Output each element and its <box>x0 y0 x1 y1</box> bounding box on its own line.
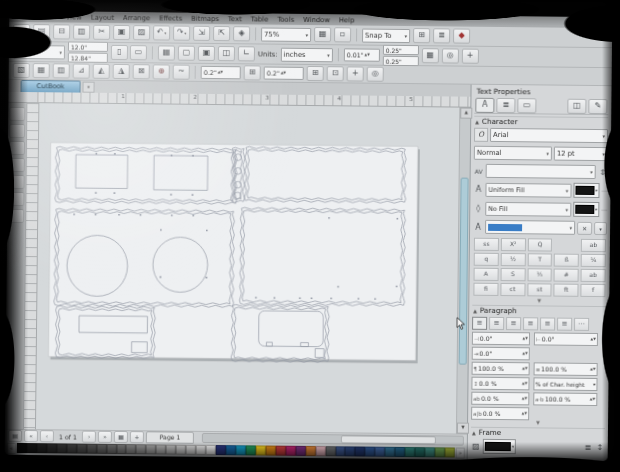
wireframe-view-icon[interactable]: ▧ <box>13 63 30 78</box>
palette-swatch[interactable] <box>315 446 325 456</box>
opentype-feature-button[interactable]: ft <box>554 284 579 297</box>
pan-icon[interactable]: + <box>461 49 478 64</box>
palette-swatch[interactable] <box>176 445 186 455</box>
frame-align-icon[interactable]: ↕ <box>595 443 605 452</box>
horizontal-scroll-thumb[interactable] <box>341 435 437 444</box>
palette-swatch[interactable] <box>285 446 295 456</box>
mirror-vertical-icon[interactable]: ◮ <box>113 64 130 79</box>
palette-swatch[interactable] <box>116 444 126 454</box>
palette-swatch[interactable] <box>17 443 27 453</box>
menu-arrange[interactable]: Arrange <box>123 14 150 22</box>
align-button[interactable]: ⋯ <box>574 318 589 331</box>
palette-swatch[interactable] <box>365 447 375 457</box>
nudge-field[interactable]: 0.01"▲▼ <box>344 48 380 61</box>
menu-view[interactable]: View <box>66 13 82 21</box>
options-icon[interactable]: ◆ <box>453 29 470 44</box>
opentype-feature-button[interactable]: ab <box>581 239 606 252</box>
opentype-feature-button[interactable]: # <box>554 269 579 282</box>
zoom-tool-icon[interactable]: ◎ <box>441 48 458 63</box>
distance-y-field[interactable]: 0.2"▲▼ <box>264 67 304 80</box>
opentype-feature-button[interactable]: ss <box>474 238 499 251</box>
opentype-feature-button[interactable]: A <box>474 268 499 281</box>
grid-view-icon[interactable]: ▦ <box>33 63 50 78</box>
page-width-field[interactable]: 12.0" <box>68 41 108 51</box>
palette-swatch[interactable] <box>305 446 315 456</box>
palette-swatch[interactable] <box>206 445 216 455</box>
units-combo[interactable]: inches ▾ <box>281 47 333 62</box>
toolbox-tool-icon[interactable] <box>8 175 24 189</box>
paragraph-section-header[interactable]: ▲ Paragraph <box>472 305 606 316</box>
outline-type-combo[interactable]: No Fill▾ <box>485 201 571 216</box>
opentype-feature-button[interactable]: ½ <box>500 253 525 266</box>
ruler-setup-icon[interactable]: ∟ <box>238 46 255 61</box>
toolbox-tool-icon[interactable] <box>9 107 25 121</box>
spacing-unit-combo[interactable]: % of Char. height▾ <box>533 377 597 391</box>
right-indent-field[interactable]: ⊢0.0"▲▼ <box>534 332 598 346</box>
palette-swatch[interactable] <box>236 445 246 455</box>
opentype-feature-button[interactable]: Q <box>527 238 552 251</box>
palette-swatch[interactable] <box>86 444 96 454</box>
import-icon[interactable]: ⇲ <box>193 26 210 41</box>
toolbox-tool-icon[interactable] <box>8 192 24 206</box>
opentype-feature-button[interactable]: X² <box>501 238 526 251</box>
outline-color-swatch[interactable]: ▾ <box>573 202 599 217</box>
paste-icon[interactable]: ▨ <box>133 25 150 40</box>
drawing-canvas[interactable] <box>36 103 459 433</box>
trim-icon[interactable]: ~ <box>173 65 190 80</box>
menu-text[interactable]: Text <box>228 15 242 23</box>
palette-swatch[interactable] <box>445 447 455 457</box>
landscape-icon[interactable]: ▭ <box>130 45 147 60</box>
opentype-feature-button[interactable]: T <box>527 253 552 266</box>
distance-x-field[interactable]: 0.2"▲▼ <box>201 66 241 79</box>
palette-swatch[interactable] <box>196 445 206 455</box>
palette-swatch[interactable] <box>57 443 67 453</box>
zoom-level-combo[interactable]: 75% ▾ <box>261 27 311 42</box>
palette-swatch[interactable] <box>375 447 385 457</box>
spinner[interactable]: ▲▼ <box>364 53 369 57</box>
opentype-feature-button[interactable]: ct <box>500 283 525 296</box>
outline-settings-button[interactable]: ⋯ <box>601 206 607 213</box>
font-size-combo[interactable]: 12 pt▾ <box>554 147 608 162</box>
palette-swatch[interactable] <box>266 446 276 456</box>
menu-layout[interactable]: Layout <box>91 13 114 21</box>
palette-swatch[interactable] <box>345 446 355 456</box>
menu-help[interactable]: Help <box>339 16 355 24</box>
page-list-icon[interactable]: ▤ <box>8 430 22 442</box>
opentype-feature-button[interactable]: S <box>500 268 525 281</box>
character-tab[interactable]: A <box>475 98 494 113</box>
palette-swatch[interactable] <box>166 445 176 455</box>
palette-scroll-right-icon[interactable]: » <box>456 447 465 458</box>
palette-swatch[interactable] <box>385 447 395 457</box>
rotate-icon[interactable]: ⊿ <box>73 64 90 79</box>
menu-bitmaps[interactable]: Bitmaps <box>191 14 219 22</box>
palette-swatch[interactable] <box>405 447 415 457</box>
menu-table[interactable]: Table <box>251 15 269 23</box>
page-settings-icon[interactable]: ▦ <box>158 45 175 60</box>
frame-color-swatch[interactable]: ▾ <box>483 439 516 454</box>
vertical-shift-icon[interactable]: ⇕ <box>598 168 608 177</box>
snap-to-grid-icon[interactable]: ⊞ <box>307 66 324 81</box>
scroll-up-icon[interactable]: ▲ <box>460 108 472 119</box>
toolbox-tool-icon[interactable] <box>9 158 25 172</box>
add-page-icon[interactable]: + <box>130 431 144 443</box>
new-document-icon[interactable]: ▢ <box>13 24 30 39</box>
line-spacing-field[interactable]: ¶100.0 %▲▼ <box>472 362 530 376</box>
dockers-icon[interactable]: ≣ <box>433 28 450 43</box>
next-page-icon[interactable]: › <box>82 431 96 443</box>
crosshair-icon[interactable]: + <box>347 66 364 81</box>
palette-swatch[interactable] <box>66 443 76 453</box>
palette-swatch[interactable] <box>37 443 47 453</box>
duplicate-x-field[interactable]: 0.25" <box>383 45 419 55</box>
portrait-icon[interactable]: ▯ <box>111 45 128 60</box>
vertical-scroll-thumb[interactable] <box>459 178 469 365</box>
palette-swatch[interactable] <box>246 445 256 455</box>
last-page-icon[interactable]: » <box>98 431 112 443</box>
align-button[interactable]: ≡ <box>489 317 504 330</box>
palette-swatch[interactable] <box>435 447 445 457</box>
section-collapse-handle[interactable]: ▼ <box>471 420 605 426</box>
paper-type-combo[interactable]: ▾ <box>13 44 65 59</box>
word-spacing-field[interactable]: a·b100.0 %▲▼ <box>533 392 597 406</box>
page-height-field[interactable]: 12.84" <box>68 52 108 62</box>
drawing-units-icon[interactable]: ◫ <box>218 46 235 61</box>
single-page-view-icon[interactable]: ▢ <box>178 46 195 61</box>
